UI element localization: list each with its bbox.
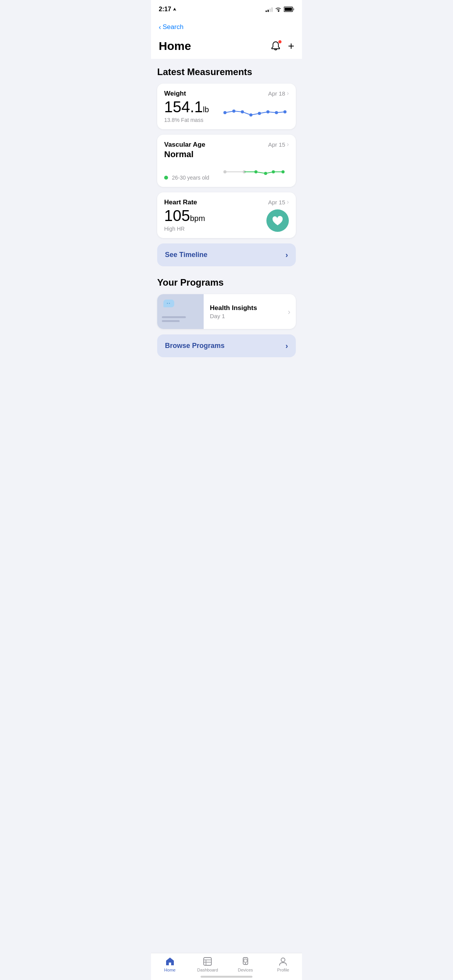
weight-label: Weight bbox=[164, 90, 186, 98]
vascular-date: Apr 15 › bbox=[268, 141, 289, 148]
vascular-label: Vascular Age bbox=[164, 141, 205, 149]
status-time: 2:17 bbox=[159, 6, 177, 13]
svg-point-10 bbox=[275, 111, 278, 114]
timeline-chevron: › bbox=[285, 250, 288, 259]
battery-icon bbox=[284, 7, 294, 12]
vascular-card[interactable]: Vascular Age Normal Apr 15 › 26-30 years… bbox=[157, 135, 296, 187]
navigation-icon bbox=[173, 7, 177, 11]
heartrate-value: 105bpm bbox=[164, 207, 205, 224]
chat-bubble: •• bbox=[163, 300, 174, 307]
nav-bar: ‹ Search bbox=[151, 17, 302, 37]
signal-bars bbox=[266, 7, 273, 12]
status-icons bbox=[266, 7, 294, 12]
weight-card[interactable]: Weight Apr 18 › 154.1lb 13.8% Fat mass bbox=[157, 84, 296, 129]
heartrate-label: Heart Rate bbox=[164, 199, 197, 206]
programs-title: Your Programs bbox=[157, 277, 296, 288]
back-chevron: ‹ bbox=[159, 23, 161, 31]
wifi-icon bbox=[275, 7, 281, 12]
back-label: Search bbox=[163, 23, 184, 31]
svg-rect-2 bbox=[285, 8, 292, 11]
svg-point-7 bbox=[249, 113, 252, 117]
see-timeline-button[interactable]: See Timeline › bbox=[157, 243, 296, 266]
weight-chevron: › bbox=[287, 90, 289, 97]
notification-dot bbox=[278, 40, 282, 44]
svg-point-9 bbox=[266, 110, 269, 113]
program-info: Health Insights Day 1 › bbox=[204, 294, 296, 329]
vascular-chart bbox=[223, 163, 289, 181]
program-card[interactable]: •• Health Insights Day 1 › bbox=[157, 294, 296, 329]
weight-value: 154.1lb bbox=[164, 98, 209, 115]
vascular-sub: 26-30 years old bbox=[164, 175, 209, 181]
program-day: Day 1 bbox=[210, 313, 257, 319]
heartrate-card[interactable]: Heart Rate Apr 15 › 105bpm High HR bbox=[157, 192, 296, 238]
heart-icon-circle bbox=[266, 209, 289, 232]
svg-point-4 bbox=[223, 111, 226, 114]
svg-point-6 bbox=[241, 110, 244, 113]
svg-point-13 bbox=[223, 170, 226, 173]
programs-section: Your Programs •• H bbox=[157, 277, 296, 357]
content-area: Latest Measurements Weight Apr 18 › 154.… bbox=[151, 59, 302, 373]
program-chevron: › bbox=[288, 307, 290, 316]
svg-point-5 bbox=[232, 110, 235, 113]
back-button[interactable]: ‹ Search bbox=[159, 23, 184, 31]
heartrate-date: Apr 15 › bbox=[268, 199, 289, 206]
svg-point-17 bbox=[272, 170, 275, 173]
header-actions: + bbox=[270, 41, 294, 51]
svg-point-11 bbox=[283, 110, 287, 113]
timeline-label: See Timeline bbox=[165, 251, 208, 259]
page-header: Home + bbox=[151, 37, 302, 59]
svg-point-15 bbox=[254, 170, 257, 173]
browse-label: Browse Programs bbox=[165, 342, 225, 350]
program-lines bbox=[162, 316, 186, 322]
vascular-chevron: › bbox=[287, 141, 289, 148]
weight-chart bbox=[223, 102, 289, 123]
time-display: 2:17 bbox=[159, 6, 171, 13]
svg-point-18 bbox=[281, 170, 285, 173]
heartrate-sub: High HR bbox=[164, 226, 205, 232]
measurements-title: Latest Measurements bbox=[157, 67, 296, 77]
page-title: Home bbox=[159, 39, 191, 53]
program-name: Health Insights bbox=[210, 304, 257, 312]
heart-icon bbox=[272, 216, 283, 226]
notifications-button[interactable] bbox=[270, 41, 281, 51]
browse-chevron: › bbox=[285, 341, 288, 350]
svg-point-16 bbox=[264, 172, 267, 175]
vascular-dot bbox=[164, 176, 168, 180]
heartrate-chevron: › bbox=[287, 199, 289, 206]
svg-rect-3 bbox=[293, 9, 294, 10]
vascular-status: Normal bbox=[164, 149, 205, 159]
add-button[interactable]: + bbox=[288, 41, 294, 51]
browse-programs-button[interactable]: Browse Programs › bbox=[157, 334, 296, 357]
weight-date: Apr 18 › bbox=[268, 90, 289, 97]
weight-sub: 13.8% Fat mass bbox=[164, 117, 209, 123]
svg-marker-0 bbox=[173, 8, 176, 11]
svg-point-8 bbox=[258, 112, 261, 115]
status-bar: 2:17 bbox=[151, 0, 302, 17]
program-image: •• bbox=[157, 294, 204, 329]
